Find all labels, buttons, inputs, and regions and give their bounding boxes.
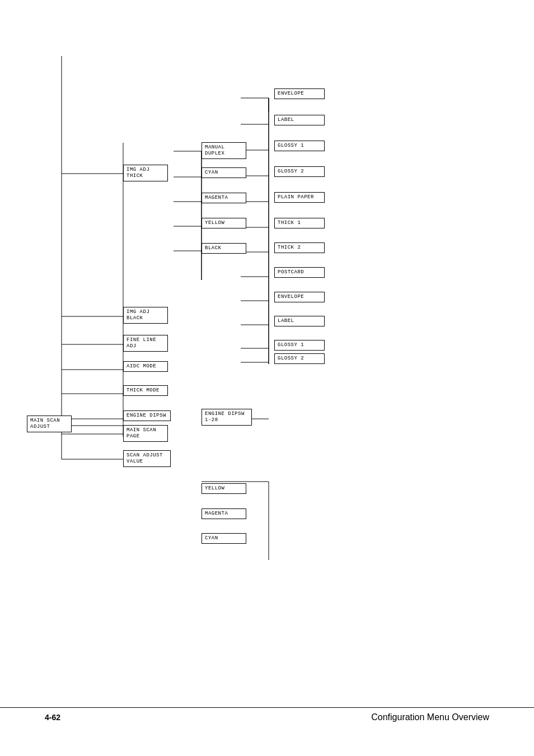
box-fine-line-adj: FINE LINE ADJ (123, 335, 168, 352)
box-glossy1b: GLOSSY 1 (274, 340, 325, 351)
box-envelope: ENVELOPE (274, 88, 325, 99)
footer-page-number: 4-62 (45, 713, 60, 722)
box-img-adj-thick: IMG ADJ THICK (123, 165, 168, 181)
box-thick2: THICK 2 (274, 242, 325, 253)
box-yellow: YELLOW (202, 218, 246, 228)
box-yellow2: YELLOW (202, 483, 246, 494)
box-cyan: CYAN (202, 167, 246, 178)
box-main-scan-adjust: MAIN SCAN ADJUST (27, 416, 72, 432)
box-label: LABEL (274, 115, 325, 125)
box-magenta2: MAGENTA (202, 508, 246, 519)
box-postcard: POSTCARD (274, 267, 325, 278)
box-cyan2: CYAN (202, 533, 246, 544)
box-manual-duplex: MANUAL DUPLEX (202, 142, 246, 159)
footer-title: Configuration Menu Overview (371, 712, 489, 722)
box-aidc-mode: AIDC MODE (123, 361, 168, 372)
box-plain-paper: PLAIN PAPER (274, 192, 325, 203)
box-label2: LABEL (274, 316, 325, 326)
diagram-svg (0, 0, 534, 700)
box-glossy2b: GLOSSY 2 (274, 353, 325, 364)
box-glossy2: GLOSSY 2 (274, 166, 325, 177)
box-main-scan-page: MAIN SCAN PAGE (123, 425, 168, 442)
page-container: MAIN SCAN ADJUST IMG ADJ THICK IMG ADJ B… (0, 0, 534, 756)
box-engine-dipsw: ENGINE DIPSW (123, 410, 171, 421)
box-glossy1: GLOSSY 1 (274, 141, 325, 151)
box-black: BLACK (202, 243, 246, 254)
footer: 4-62 Configuration Menu Overview (0, 707, 534, 722)
box-thick-mode: THICK MODE (123, 385, 168, 396)
box-scan-adjust-value: SCAN ADJUST VALUE (123, 450, 171, 467)
box-envelope2: ENVELOPE (274, 292, 325, 302)
box-magenta: MAGENTA (202, 193, 246, 203)
box-engine-dipsw-128: ENGINE DIPSW 1-28 (202, 409, 252, 426)
box-thick1: THICK 1 (274, 218, 325, 228)
box-img-adj-black: IMG ADJ BLACK (123, 307, 168, 324)
